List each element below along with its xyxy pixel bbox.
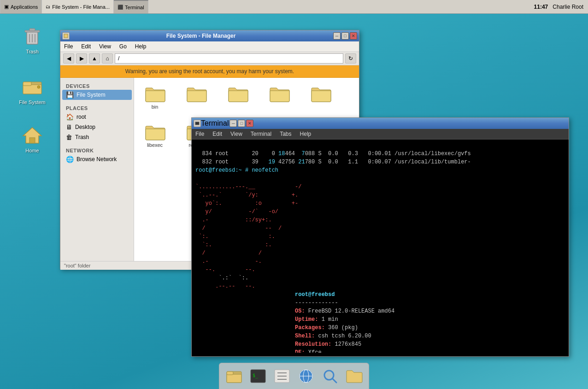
taskbar-term-button[interactable]: ⬛ Terminal — [114, 0, 148, 13]
fm-sidebar: DEVICES 💾 File System PLACES 🏠 root 🖥 De… — [60, 78, 134, 261]
fm-refresh-btn[interactable]: ↻ — [345, 53, 356, 64]
fm-sidebar-desktop[interactable]: 🖥 Desktop — [62, 122, 132, 132]
fm-places-title: PLACES — [62, 104, 132, 112]
term-titlebar[interactable]: Terminal ─ □ ✕ — [192, 118, 569, 129]
fm-warning-text: Warning, you are using the root account,… — [125, 68, 294, 75]
fm-sidebar-trash-label: Trash — [75, 134, 89, 140]
term-menubar: File Edit View Terminal Tabs Help — [192, 129, 569, 139]
file-item-4[interactable] — [263, 82, 295, 111]
term-content[interactable]: 834 root 20 0 18464 7088 S 0.0 0.3 0:00.… — [192, 139, 569, 353]
fm-menubar: File Edit View Go Help — [60, 41, 359, 52]
fm-address-text: / — [118, 55, 119, 62]
file-item-2[interactable] — [180, 82, 212, 111]
fm-minimize-btn[interactable]: ─ — [333, 32, 341, 40]
file-item-bin[interactable]: bin — [139, 82, 171, 111]
dock-settings[interactable] — [271, 365, 293, 387]
fm-sidebar-root[interactable]: 🏠 root — [62, 112, 132, 122]
taskbar-term-label: Terminal — [125, 5, 144, 10]
taskbar-right: 11:47 Charlie Root — [529, 4, 588, 10]
fm-forward-btn[interactable]: ▶ — [76, 53, 87, 64]
trash-sidebar-icon: 🗑 — [66, 134, 72, 141]
fm-sidebar-root-label: root — [76, 114, 86, 120]
trash-icon[interactable]: Trash — [14, 23, 51, 57]
dock-terminal[interactable]: $_ — [247, 365, 269, 387]
svg-text:$_: $_ — [253, 373, 259, 378]
svg-line-28 — [332, 378, 336, 383]
fm-maximize-btn[interactable]: □ — [341, 32, 349, 40]
fm-menu-help[interactable]: Help — [133, 42, 148, 51]
fm-home-btn[interactable]: ⌂ — [102, 53, 113, 64]
fm-network-title: NETWORK — [62, 146, 132, 154]
svg-rect-12 — [64, 34, 68, 38]
trash-label: Trash — [26, 49, 39, 54]
taskbar-fm-label: File System - File Mana... — [52, 4, 110, 10]
fm-warning-banner: Warning, you are using the root account,… — [60, 65, 359, 78]
fm-back-btn[interactable]: ◀ — [63, 53, 74, 64]
term-menu-file[interactable]: File — [194, 130, 206, 138]
file-label-bin: bin — [152, 104, 159, 110]
fm-statusbar-text: "root" folder — [64, 263, 90, 268]
fm-titlebar[interactable]: File System - File Manager ─ □ ✕ — [60, 30, 359, 41]
app-label: Applications — [11, 4, 38, 10]
fm-sidebar-desktop-label: Desktop — [75, 124, 95, 130]
svg-rect-16 — [227, 372, 233, 375]
svg-rect-11 — [29, 138, 35, 143]
file-item-3[interactable] — [222, 82, 254, 111]
term-menu-edit[interactable]: Edit — [211, 130, 224, 138]
taskbar-clock: 11:47 — [534, 4, 548, 10]
taskbar-user: Charlie Root — [553, 4, 583, 10]
fm-menu-file[interactable]: File — [62, 42, 75, 51]
term-maximize-btn[interactable]: □ — [238, 120, 245, 127]
filesystem-label: File System — [19, 99, 45, 105]
fm-sidebar-filesystem[interactable]: 💾 File System — [62, 90, 132, 100]
term-minimize-btn[interactable]: ─ — [229, 120, 237, 127]
taskbar-dock: $_ — [219, 363, 369, 389]
svg-point-9 — [37, 86, 40, 88]
svg-rect-15 — [227, 374, 241, 383]
fm-sidebar-filesystem-label: File System — [76, 92, 106, 98]
term-menu-help[interactable]: Help — [298, 130, 313, 138]
applications-button[interactable]: ▣ Applications — [0, 0, 42, 13]
fm-sidebar-trash[interactable]: 🗑 Trash — [62, 132, 132, 142]
home-label: Home — [25, 148, 39, 153]
fm-up-btn[interactable]: ▲ — [89, 53, 100, 64]
term-title: Terminal — [201, 119, 229, 128]
term-menu-view[interactable]: View — [229, 130, 244, 138]
term-close-btn[interactable]: ✕ — [246, 120, 253, 127]
fm-address-bar[interactable]: / — [115, 53, 343, 64]
root-icon: 🏠 — [66, 113, 74, 121]
fm-title: File System - File Manager — [70, 33, 332, 39]
network-icon: 🌐 — [66, 156, 74, 163]
dock-folder[interactable] — [343, 365, 365, 387]
dock-search[interactable] — [319, 365, 341, 387]
svg-rect-2 — [29, 29, 35, 31]
terminal-window: Terminal ─ □ ✕ File Edit View Terminal T… — [191, 117, 569, 357]
dock-files[interactable] — [223, 365, 245, 387]
fm-menu-go[interactable]: Go — [118, 42, 129, 51]
taskbar: ▣ Applications 🗂 File System - File Mana… — [0, 0, 588, 14]
desktop-sidebar-icon: 🖥 — [66, 123, 72, 131]
file-item-5[interactable] — [305, 82, 337, 111]
term-menu-tabs[interactable]: Tabs — [278, 130, 293, 138]
term-menu-terminal[interactable]: Terminal — [249, 130, 273, 138]
term-icon-btn[interactable] — [194, 120, 201, 127]
svg-rect-13 — [195, 122, 199, 125]
dock-browser[interactable] — [295, 365, 317, 387]
fm-toolbar: ◀ ▶ ▲ ⌂ / ↻ — [60, 52, 359, 65]
svg-rect-8 — [23, 82, 31, 86]
fm-menu-view[interactable]: View — [97, 42, 113, 51]
fm-close-btn[interactable]: ✕ — [350, 32, 357, 40]
fm-menu-edit[interactable]: Edit — [79, 42, 93, 51]
filesystem-sidebar-icon: 💾 — [66, 91, 74, 99]
fm-icon-btn[interactable] — [62, 32, 70, 40]
file-item-libexec[interactable]: libexec — [139, 121, 171, 150]
fm-devices-title: DEVICES — [62, 81, 132, 90]
app-icon: ▣ — [4, 4, 9, 10]
taskbar-fm-button[interactable]: 🗂 File System - File Mana... — [42, 0, 114, 13]
home-icon[interactable]: Home — [14, 122, 51, 156]
fm-sidebar-network-label: Browse Network — [76, 156, 117, 163]
filesystem-icon[interactable]: File System — [14, 74, 51, 107]
fm-sidebar-network[interactable]: 🌐 Browse Network — [62, 154, 132, 164]
file-label-libexec: libexec — [147, 142, 163, 148]
